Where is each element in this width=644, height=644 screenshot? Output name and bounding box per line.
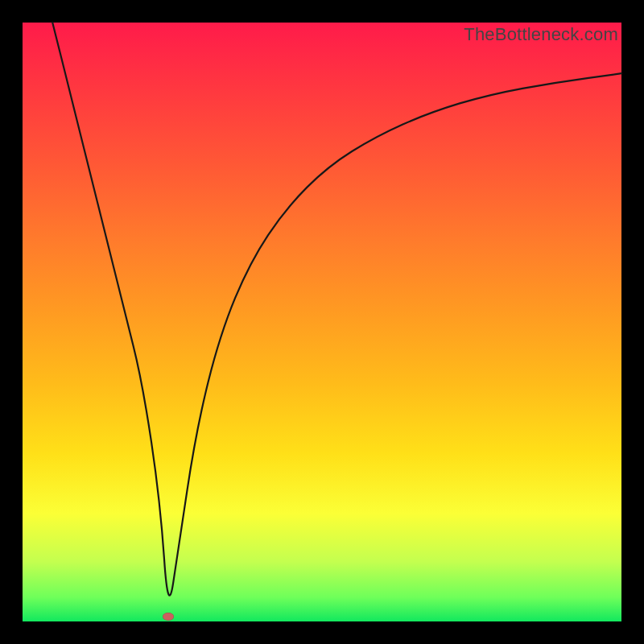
chart-frame: TheBottleneck.com	[0, 0, 644, 644]
notch-marker	[163, 613, 174, 621]
bottleneck-curve	[23, 23, 621, 621]
plot-area	[23, 23, 621, 621]
